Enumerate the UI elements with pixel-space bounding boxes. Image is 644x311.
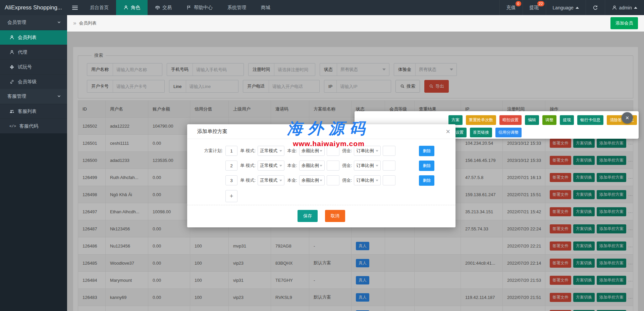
popup-action-方案[interactable]: 方案 [448,115,463,125]
flag-icon [186,5,192,10]
caret-down-icon [376,180,378,181]
commission-label: 佣金: [342,163,352,169]
save-button[interactable]: 保存 [298,210,318,222]
recharge-menu-item[interactable]: 充值 0 [499,0,523,15]
popup-action-重置抢单次数[interactable]: 重置抢单次数 [466,115,496,125]
delete-plan-row-button[interactable]: 删除 [419,146,434,156]
plan-number-input[interactable] [225,161,237,171]
caret-up-icon [634,7,637,9]
breadcrumb: » 会员列表 添加会员 [67,15,644,32]
caret-down-icon [320,150,322,152]
popup-action-提现[interactable]: 提现 [560,115,574,125]
sidebar-item-0-1[interactable]: 代理 [0,45,67,59]
commission-select[interactable]: 订单比例 [354,146,381,156]
mode-select[interactable]: 正常模式 [258,146,284,156]
admin-label: admin [619,5,632,10]
menu-toggle-button[interactable] [67,0,83,15]
nav-item-label: 系统管理 [227,5,246,11]
popup-action-编辑[interactable]: 编辑 [525,115,539,125]
refresh-button[interactable] [586,0,605,15]
principal-select[interactable]: 余额比例 [299,161,325,171]
withdraw-label: 提现 [530,5,539,11]
club-icon [9,64,14,70]
breadcrumb-icon: » [73,20,76,27]
add-member-button[interactable]: 添加会员 [610,17,638,29]
sidebar-item-label: 客服代码 [19,123,38,129]
popup-action-信用分调整[interactable]: 信用分调整 [495,128,522,137]
popup-action-银行卡信息[interactable]: 银行卡信息 [577,115,603,125]
plan-row-1: 方案计划:单 模式:正常模式本金:余额比例佣金:订单比例删除 [197,146,455,156]
sidebar: 会员管理会员列表代理试玩号会员等级客服管理客服列表</>客服代码 [0,15,67,311]
principal-label: 本金: [287,148,297,154]
page-title: 会员列表 [79,20,96,26]
principal-value-input[interactable] [327,175,339,185]
popup-close-button[interactable]: × [622,112,633,124]
modal-title: 添加单控方案 [197,128,227,135]
cancel-button[interactable]: 取消 [325,210,345,222]
popup-action-暗扣设置[interactable]: 暗扣设置 [499,115,522,125]
sidebar-group-label: 会员管理 [7,19,26,26]
hamburger-icon [72,5,78,11]
commission-select[interactable]: 订单比例 [354,161,381,171]
plan-number-input[interactable] [225,175,237,185]
mode-select-value: 正常模式 [260,177,277,183]
commission-label: 佣金: [342,177,352,183]
popup-action-调整[interactable]: 调整 [542,115,556,125]
delete-plan-row-button[interactable]: 删除 [419,161,434,171]
add-plan-row-button[interactable]: + [225,190,237,202]
modal-body: 方案计划:单 模式:正常模式本金:余额比例佣金:订单比例删除单 模式:正常模式本… [187,139,455,227]
commission-value-input[interactable] [383,146,395,156]
sidebar-item-1-0[interactable]: 客服列表 [0,104,67,119]
plan-row-2: 单 模式:正常模式本金:余额比例佣金:订单比例删除 [197,161,455,171]
sidebar-item-label: 试玩号 [18,64,32,70]
principal-value-input[interactable] [327,161,339,171]
principal-select[interactable]: 余额比例 [299,146,325,156]
topbar-nav-item-3[interactable]: 帮助中心 [179,0,220,15]
plan-number-input[interactable] [225,146,237,156]
topbar-nav-item-0[interactable]: 后台首页 [83,0,116,15]
topbar-nav-item-1[interactable]: 角色 [116,0,148,15]
caret-down-icon [279,150,282,152]
topbar-nav-item-5[interactable]: 商城 [254,0,278,15]
principal-value-input[interactable] [327,146,339,156]
admin-menu[interactable]: admin [605,0,644,15]
principal-select-value: 余额比例 [302,148,319,154]
recharge-label: 充值 [506,5,516,11]
people-icon [9,109,14,114]
sidebar-group-0[interactable]: 会员管理 [0,15,67,30]
sidebar-item-0-0[interactable]: 会员列表 [0,30,67,45]
principal-select-value: 余额比例 [302,163,319,169]
caret-down-icon [320,180,322,181]
nav-item-label: 后台首页 [90,5,109,11]
sidebar-item-0-2[interactable]: 试玩号 [0,59,67,74]
person-icon [9,50,14,55]
sidebar-item-label: 代理 [18,49,27,55]
principal-select[interactable]: 余额比例 [299,175,325,185]
caret-down-icon [320,165,322,167]
topbar-nav-item-4[interactable]: 系统管理 [220,0,254,15]
sidebar-item-1-1[interactable]: </>客服代码 [0,119,67,133]
mode-select[interactable]: 正常模式 [258,161,284,171]
commission-select-value: 订单比例 [356,163,374,169]
refresh-icon [593,5,598,10]
sidebar-item-label: 客服列表 [18,108,37,115]
language-menu[interactable]: Language [546,0,586,15]
person-icon [123,5,128,10]
withdraw-menu-item[interactable]: 提现 22 [523,0,546,15]
modal-close-button[interactable]: × [446,128,450,135]
nav-item-label: 帮助中心 [194,5,213,11]
chevron-down-icon [57,94,61,99]
sidebar-item-0-3[interactable]: 会员等级 [0,74,67,89]
sidebar-group-label: 客服管理 [7,93,26,99]
sidebar-group-1[interactable]: 客服管理 [0,89,67,104]
popup-action-首页链接[interactable]: 首页链接 [470,128,492,137]
commission-value-input[interactable] [383,161,395,171]
commission-select[interactable]: 订单比例 [354,175,381,185]
delete-plan-row-button[interactable]: 删除 [419,175,434,186]
mode-select[interactable]: 正常模式 [258,175,284,185]
caret-down-icon [376,150,378,152]
modal-header: 添加单控方案 × [187,124,455,139]
commission-value-input[interactable] [383,175,395,185]
topbar-nav-item-2[interactable]: 交易 [148,0,179,15]
scale-icon [155,5,160,10]
